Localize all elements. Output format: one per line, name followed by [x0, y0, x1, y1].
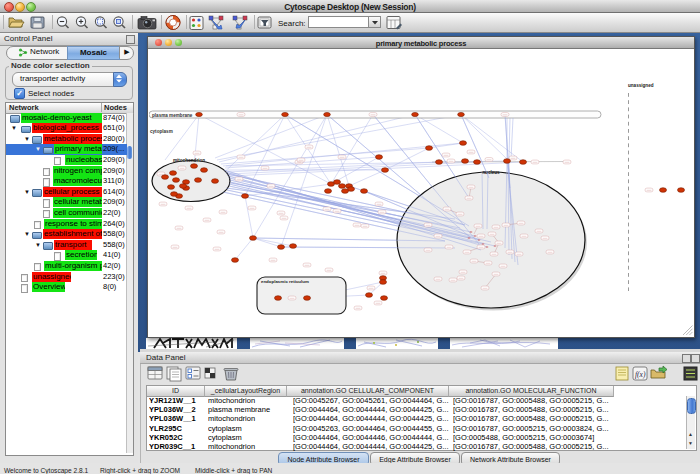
svg-text:unassigned: unassigned [628, 83, 654, 88]
svg-text:nucleus: nucleus [482, 170, 500, 175]
svg-text:mitochondrion: mitochondrion [173, 158, 205, 163]
svg-text:cytoplasm: cytoplasm [150, 129, 173, 134]
svg-text:f(x): f(x) [635, 370, 646, 379]
svg-text:plasma membrane: plasma membrane [152, 113, 193, 118]
svg-text:endoplasmic reticulum: endoplasmic reticulum [261, 279, 309, 284]
svg-text:Search:: Search: [278, 19, 306, 28]
